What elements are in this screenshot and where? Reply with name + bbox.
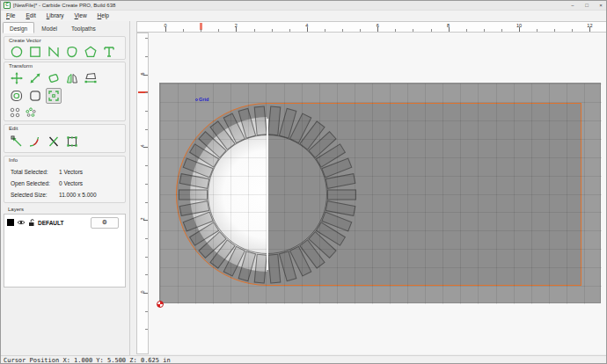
tab-toolpaths[interactable]: Toolpaths xyxy=(64,22,103,33)
radial-rect-vector[interactable] xyxy=(267,253,281,283)
drawing-viewport[interactable]: Grid xyxy=(149,33,607,354)
h-ruler-label: 8 xyxy=(444,23,453,28)
trim-icon xyxy=(47,135,61,149)
menu-help[interactable]: Help xyxy=(92,11,114,21)
move-tool-button[interactable] xyxy=(9,70,25,86)
rectangle-tool-button[interactable] xyxy=(27,44,43,60)
node-edit-icon xyxy=(10,135,24,149)
linear-array-tool-button[interactable] xyxy=(9,106,20,118)
close-button[interactable]: × xyxy=(594,1,607,11)
circular-array-icon xyxy=(26,107,36,118)
scale-tool-button[interactable] xyxy=(27,70,43,86)
layer-lock-icon[interactable] xyxy=(28,219,35,227)
info-section: Info Total Selected:1 Vectors Open Selec… xyxy=(4,156,126,203)
v-ruler-tick xyxy=(145,165,148,166)
linear-array-icon xyxy=(10,107,20,118)
trace-tool-button[interactable] xyxy=(46,88,62,104)
transform-section: Transform xyxy=(4,62,126,121)
job-origin-marker[interactable] xyxy=(157,301,164,308)
resize-tool-button[interactable] xyxy=(64,134,80,149)
v-ruler-tick xyxy=(145,129,148,130)
h-ruler-label: 0 xyxy=(161,23,170,28)
fillet-tool-button[interactable] xyxy=(27,134,43,149)
tab-model[interactable]: Model xyxy=(34,22,64,33)
trim-tool-button[interactable] xyxy=(46,134,62,149)
v-ruler-tick xyxy=(145,184,148,185)
layer-settings-button[interactable]: ⚙ xyxy=(91,217,119,229)
h-ruler-tick xyxy=(342,29,343,32)
v-ruler-tick xyxy=(145,111,148,112)
window-title: [NewFile]* - Carbide Create PRO, Build 6… xyxy=(13,3,115,8)
polygon-icon xyxy=(84,45,98,59)
sidebar-tabs: Design Model Toolpaths xyxy=(3,22,103,33)
h-ruler-tick xyxy=(431,29,432,32)
round-corner-icon xyxy=(28,89,42,103)
layer-visibility-eye-icon[interactable] xyxy=(17,219,26,226)
v-ruler-tick xyxy=(145,92,148,93)
menu-library[interactable]: Library xyxy=(41,11,69,21)
h-ruler-label: 4 xyxy=(303,23,311,28)
menu-view[interactable]: View xyxy=(69,11,92,21)
rectangle-icon xyxy=(28,45,42,59)
node-edit-tool-button[interactable] xyxy=(9,134,25,149)
distort-tool-button[interactable] xyxy=(83,70,99,86)
h-ruler-label: 6 xyxy=(373,23,382,28)
polygon-tool-button[interactable] xyxy=(83,44,99,60)
curve-tool-button[interactable] xyxy=(64,44,80,60)
text-tool-button[interactable] xyxy=(101,44,117,60)
h-ruler-label: 2 xyxy=(231,23,240,28)
radial-rect-vector[interactable] xyxy=(253,106,267,135)
h-ruler-tick xyxy=(395,29,396,32)
h-ruler-label: 10 xyxy=(515,23,523,28)
v-ruler-tick xyxy=(145,311,148,312)
minimize-button[interactable]: − xyxy=(566,1,580,11)
fillet-icon xyxy=(28,135,42,149)
circle-tool-button[interactable] xyxy=(9,44,25,60)
radial-rect-vector[interactable] xyxy=(327,189,356,200)
offset-tool-button[interactable] xyxy=(9,88,25,104)
text-icon xyxy=(102,45,116,59)
grid-label: Grid xyxy=(195,97,208,102)
h-ruler-tick xyxy=(183,29,184,32)
v-ruler-tick xyxy=(145,38,148,39)
h-ruler-tick xyxy=(272,29,273,32)
v-ruler-label: 2 xyxy=(140,215,145,223)
h-ruler-label: 12 xyxy=(585,23,594,28)
v-ruler-label: 4 xyxy=(140,142,145,150)
h-ruler-tick xyxy=(572,29,573,32)
scale-icon xyxy=(28,71,42,85)
layer-row[interactable]: DEFAULT ⚙ xyxy=(7,217,122,228)
polyline-tool-button[interactable] xyxy=(46,44,62,60)
mirror-tool-button[interactable] xyxy=(64,70,80,86)
sidebar: Design Model Toolpaths Create Vector xyxy=(1,21,130,355)
circular-array-tool-button[interactable] xyxy=(25,106,36,118)
h-ruler-tick xyxy=(254,29,255,32)
horizontal-ruler: 024681012 xyxy=(136,21,607,33)
maximize-button[interactable]: □ xyxy=(580,1,594,11)
h-ruler-tick xyxy=(360,29,361,32)
layer-color-swatch[interactable] xyxy=(7,219,14,226)
v-ruler-tick xyxy=(145,274,148,275)
v-ruler-label: 0 xyxy=(140,288,145,296)
mirror-icon xyxy=(65,71,79,85)
tab-design[interactable]: Design xyxy=(3,22,34,33)
radial-rect-vector[interactable] xyxy=(179,189,208,200)
edit-section: Edit xyxy=(4,124,126,153)
info-total-selected: Total Selected:1 Vectors xyxy=(11,169,48,175)
v-ruler-label: 6 xyxy=(140,69,145,78)
layers-panel: DEFAULT ⚙ xyxy=(4,214,126,288)
v-ruler-tick xyxy=(145,329,148,330)
h-ruler-tick xyxy=(554,29,555,32)
h-ruler-tick xyxy=(501,29,502,32)
info-open-selected: Open Selected:0 Vectors xyxy=(11,180,50,186)
radial-rect-vector[interactable] xyxy=(267,106,281,135)
round-corner-tool-button[interactable] xyxy=(27,88,43,104)
menu-edit[interactable]: Edit xyxy=(21,11,41,21)
menu-file[interactable]: File xyxy=(1,11,21,21)
rotate-tool-button[interactable] xyxy=(46,70,62,86)
edit-label: Edit xyxy=(9,126,18,131)
curve-icon xyxy=(65,45,79,59)
create-vector-label: Create Vector xyxy=(9,38,41,43)
stock-area[interactable]: Grid xyxy=(159,83,601,303)
radial-rect-vector[interactable] xyxy=(253,253,267,283)
